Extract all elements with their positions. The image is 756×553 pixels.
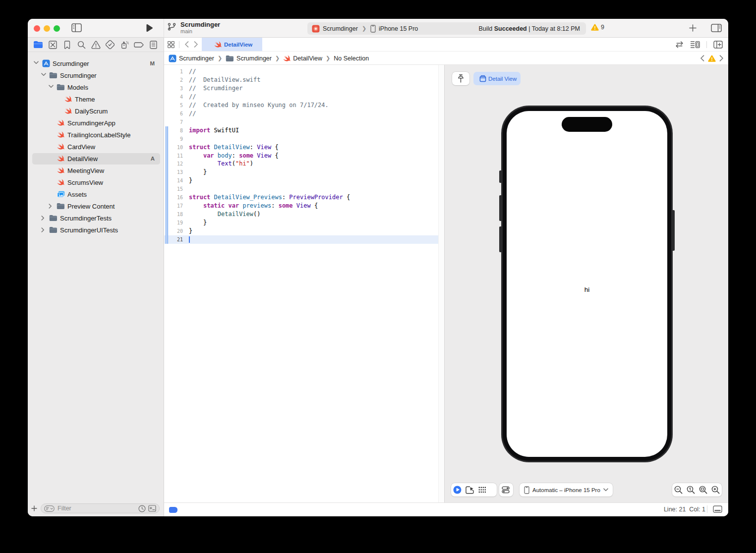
iphone-preview[interactable]: hi [501, 106, 673, 462]
activity-view[interactable]: Scrumdinger ❯ iPhone 15 Pro Build Succee… [307, 22, 586, 35]
add-editor-icon[interactable] [713, 41, 723, 49]
tab-detailview[interactable]: DetailView [202, 38, 262, 51]
go-back-icon[interactable] [184, 41, 189, 48]
disclosure-open-icon[interactable] [41, 73, 46, 78]
code-line-9[interactable]: 9 [164, 135, 444, 143]
tab-overview-icon[interactable] [168, 41, 174, 48]
zoom-out-button[interactable] [672, 483, 685, 497]
device-settings-button[interactable] [499, 483, 512, 497]
toggle-navigator-icon[interactable] [71, 23, 82, 34]
breadcrumb-segment[interactable]: Scrumdinger [169, 55, 214, 62]
tree-item-theme[interactable]: Theme [28, 93, 164, 105]
bookmarks-navigator-icon[interactable] [61, 39, 73, 50]
recent-clock-icon[interactable] [138, 505, 146, 512]
tree-item-scrumdinger[interactable]: Scrumdinger [28, 69, 164, 81]
tree-item-scrumdingeruitests[interactable]: ScrumdingerUITests [28, 224, 164, 236]
library-plus-icon[interactable] [689, 24, 697, 34]
next-issue-icon[interactable] [719, 55, 724, 61]
code-line-14[interactable]: 14} [164, 176, 444, 185]
tabbar-right-divider [706, 41, 707, 48]
tree-item-scrumsview[interactable]: ScrumsView [28, 176, 164, 188]
source-control-navigator-icon[interactable] [47, 39, 58, 50]
tree-item-meetingview[interactable]: MeetingView [28, 165, 164, 176]
reports-navigator-icon[interactable] [147, 39, 159, 50]
code-line-17[interactable]: 17 static var previews: some View { [164, 202, 444, 210]
breadcrumb-segment[interactable]: DetailView [283, 55, 322, 62]
code-line-4[interactable]: 4// [164, 93, 444, 101]
tree-item-trailingiconlabelstyle[interactable]: TrailingIconLabelStyle [28, 129, 164, 141]
code-line-21[interactable]: 21 [164, 235, 444, 244]
scheme-name[interactable]: Scrumdinger [323, 25, 358, 32]
tree-item-dailyscrum[interactable]: DailyScrum [28, 105, 164, 117]
scm-change-indicator[interactable] [169, 507, 177, 513]
code-line-1[interactable]: 1// [164, 67, 444, 76]
code-line-2[interactable]: 2// DetailView.swift [164, 76, 444, 84]
tests-navigator-icon[interactable] [104, 39, 116, 50]
issues-navigator-icon[interactable] [90, 39, 102, 50]
selectable-preview-button[interactable] [464, 483, 476, 497]
run-destination[interactable]: iPhone 15 Pro [379, 25, 418, 32]
code-line-10[interactable]: 10struct DetailView: View { [164, 143, 444, 152]
minimize-button[interactable] [44, 25, 50, 32]
tree-item-detailview[interactable]: DetailViewA [28, 153, 164, 165]
zoom-fit-button[interactable] [697, 483, 709, 497]
code-line-15[interactable]: 15 [164, 185, 444, 193]
flags-icon[interactable] [148, 505, 156, 512]
disclosure-closed-icon[interactable] [41, 216, 46, 221]
device-selector[interactable]: Automatic – iPhone 15 Pro [520, 483, 613, 497]
editor-options-icon[interactable] [690, 41, 700, 49]
disclosure-closed-icon[interactable] [49, 204, 54, 209]
preview-tab-button[interactable]: Detail View [473, 72, 521, 85]
run-button[interactable] [146, 24, 153, 34]
code-line-8[interactable]: 8import SwiftUI [164, 126, 444, 135]
disclosure-open-icon[interactable] [34, 61, 39, 66]
zoom-button[interactable] [54, 25, 60, 32]
disclosure-open-icon[interactable] [49, 85, 54, 90]
code-line-6[interactable]: 6// [164, 110, 444, 118]
go-forward-icon[interactable] [194, 41, 198, 48]
variants-preview-button[interactable] [476, 483, 488, 497]
issue-warning-icon[interactable] [708, 55, 716, 62]
breakpoints-navigator-icon[interactable] [133, 39, 145, 50]
project-navigator-icon[interactable] [32, 39, 44, 50]
code-review-icon[interactable] [675, 41, 684, 48]
filter-input[interactable]: Filter [41, 503, 160, 513]
tree-item-scrumdingerapp[interactable]: ScrumdingerApp [28, 117, 164, 129]
find-navigator-icon[interactable] [75, 39, 87, 50]
swift-icon [57, 143, 65, 151]
breadcrumb-segment[interactable]: No Selection [334, 55, 369, 62]
code-line-5[interactable]: 5// Created by minseo Kyung on 7/17/24. [164, 101, 444, 110]
tree-item-cardview[interactable]: CardView [28, 141, 164, 153]
toolbar-warning-count[interactable]: 9 [591, 24, 604, 31]
code-line-7[interactable]: 7 [164, 118, 444, 126]
code-line-11[interactable]: 11 var body: some View { [164, 152, 444, 160]
zoom-100-button[interactable] [685, 483, 697, 497]
scheme-selector[interactable]: Scrumdinger ❯ iPhone 15 Pro [307, 25, 418, 33]
breadcrumb-segment[interactable]: Scrumdinger [226, 55, 272, 62]
add-file-icon[interactable] [28, 505, 41, 511]
tree-item-preview-content[interactable]: Preview Content [28, 200, 164, 212]
line-number: 1 [164, 69, 183, 74]
source-editor[interactable]: 1//2// DetailView.swift3// Scrumdinger4/… [164, 65, 444, 502]
code-line-19[interactable]: 19 } [164, 219, 444, 227]
pin-preview-button[interactable] [452, 72, 469, 85]
tree-item-scrumdinger[interactable]: ScrumdingerM [28, 57, 164, 69]
editor-layout-icon[interactable] [711, 24, 722, 34]
tree-item-assets[interactable]: Assets [28, 188, 164, 200]
code-line-12[interactable]: 12 Text("hi") [164, 160, 444, 168]
tree-item-models[interactable]: Models [28, 81, 164, 93]
disclosure-closed-icon[interactable] [41, 227, 46, 232]
live-preview-button[interactable] [451, 483, 464, 497]
code-line-3[interactable]: 3// Scrumdinger [164, 84, 444, 93]
code-line-13[interactable]: 13 } [164, 168, 444, 176]
prev-issue-icon[interactable] [700, 55, 704, 61]
code-line-18[interactable]: 18 DetailView() [164, 210, 444, 219]
zoom-in-button[interactable] [709, 483, 722, 497]
code-line-16[interactable]: 16struct DetailView_Previews: PreviewPro… [164, 193, 444, 202]
debug-navigator-icon[interactable] [118, 39, 130, 50]
tree-item-scrumdingertests[interactable]: ScrumdingerTests [28, 212, 164, 224]
code-line-20[interactable]: 20} [164, 227, 444, 235]
editor-scrollbar[interactable] [438, 65, 444, 502]
bottom-panel-icon[interactable] [713, 505, 722, 513]
close-button[interactable] [34, 25, 40, 32]
